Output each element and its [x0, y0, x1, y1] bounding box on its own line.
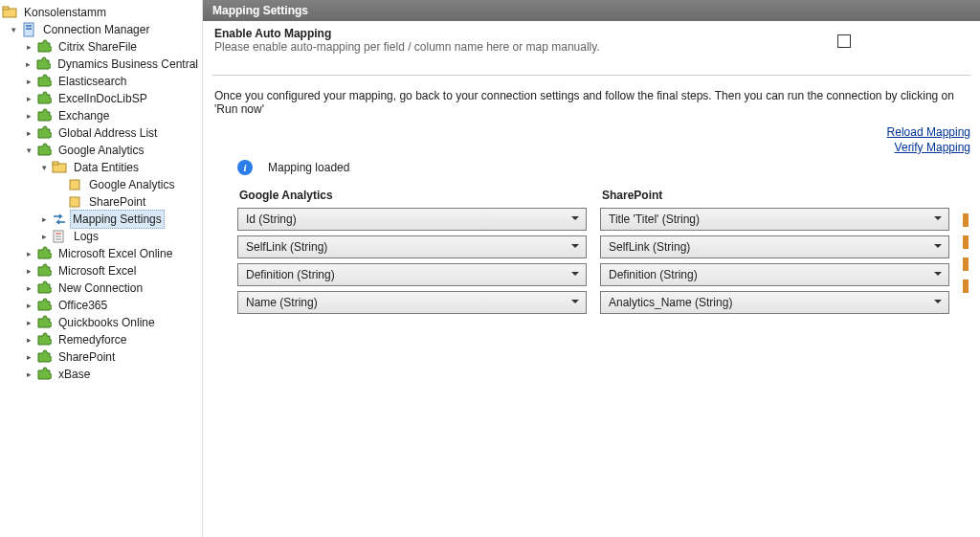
svg-rect-7: [70, 180, 79, 190]
logs-icon: [52, 229, 67, 244]
tree-item-remedy[interactable]: ▸ Remedyforce: [0, 331, 202, 348]
expander-icon[interactable]: ▸: [23, 58, 33, 70]
tree-ga-mapping[interactable]: ▸ Mapping Settings: [0, 211, 202, 228]
tree-node-label: Mapping Settings: [73, 213, 162, 226]
row-action-icon[interactable]: [963, 280, 969, 293]
tree-cm-label: Connection Manager: [43, 23, 149, 36]
expander-icon[interactable]: ▸: [23, 351, 34, 363]
puzzle-icon: [36, 315, 52, 330]
expander-icon[interactable]: ▸: [23, 300, 34, 311]
tree-ga-entities[interactable]: ▾ Data Entities: [0, 159, 202, 176]
svg-rect-6: [53, 162, 58, 165]
root-icon: [21, 22, 36, 37]
expander-icon[interactable]: ▸: [23, 76, 34, 87]
tree-item-label: Office365: [58, 299, 107, 312]
mapping-icon: [52, 212, 67, 227]
tree-item-label: Quickbooks Online: [58, 316, 155, 329]
expander-icon[interactable]: ▸: [23, 282, 34, 294]
row-action-icon[interactable]: [963, 213, 969, 227]
left-combo-3[interactable]: Name (String): [237, 291, 587, 314]
puzzle-icon: [36, 298, 52, 313]
tree-item-office[interactable]: ▸ Office365: [0, 297, 202, 314]
verify-mapping-link[interactable]: Verify Mapping: [203, 141, 970, 154]
folder-icon: [2, 5, 17, 20]
expander-icon[interactable]: ▾: [23, 145, 34, 156]
tree-ga-ent1[interactable]: Google Analytics: [0, 176, 202, 193]
expander-icon[interactable]: ▸: [38, 231, 50, 242]
left-combo-2[interactable]: Definition (String): [237, 263, 587, 286]
tree-item-exchange[interactable]: ▸ Exchange: [0, 107, 202, 124]
tree-ga-logs[interactable]: ▸ Logs: [0, 228, 202, 245]
tree-item-exceldoc[interactable]: ▸ ExcelInDocLibSP: [0, 90, 202, 107]
right-combo-1[interactable]: SelfLink (String): [600, 235, 949, 258]
combo-value: Definition (String): [609, 268, 698, 281]
puzzle-icon: [36, 280, 52, 296]
left-combo-1[interactable]: SelfLink (String): [237, 235, 587, 258]
right-col-title: SharePoint: [602, 189, 949, 202]
row-actions: [963, 189, 969, 319]
expander-icon[interactable]: ▸: [23, 369, 34, 380]
tree-item-es[interactable]: ▸ Elasticsearch: [0, 73, 202, 90]
combo-value: Definition (String): [246, 268, 335, 281]
puzzle-icon: [36, 143, 52, 158]
puzzle-icon: [36, 332, 52, 347]
combo-value: Name (String): [246, 296, 318, 309]
combo-value: Analytics_Name (String): [609, 296, 732, 309]
right-combo-0[interactable]: Title 'Titel' (String): [600, 208, 949, 231]
expander-icon[interactable]: ▸: [23, 334, 34, 346]
tree-item-label: Microsoft Excel Online: [58, 247, 172, 260]
tree-item-label: Microsoft Excel: [58, 264, 136, 278]
right-combo-3[interactable]: Analytics_Name (String): [600, 291, 949, 314]
expander-icon[interactable]: ▸: [23, 110, 34, 122]
reload-mapping-link[interactable]: Reload Mapping: [203, 125, 970, 139]
expander-icon[interactable]: ▾: [8, 24, 19, 35]
puzzle-icon: [36, 349, 52, 365]
tree-root[interactable]: Konsolenstamm: [0, 4, 202, 21]
svg-rect-8: [70, 197, 79, 207]
tree-item-label: Global Address List: [58, 126, 157, 140]
automap-checkbox[interactable]: [837, 34, 851, 48]
expander-icon[interactable]: ▸: [23, 93, 34, 104]
automap-sub: Please enable auto-mapping per field / c…: [214, 40, 720, 54]
entity-icon: [67, 194, 82, 210]
combo-value: Title 'Titel' (String): [609, 213, 700, 226]
main-panel: Mapping Settings Enable Auto Mapping Ple…: [203, 0, 980, 537]
tree-item-label: ExcelInDocLibSP: [58, 92, 147, 105]
expander-icon[interactable]: ▸: [23, 127, 34, 139]
automap-title: Enable Auto Mapping: [214, 27, 720, 40]
status-text: Mapping loaded: [268, 161, 349, 174]
left-combo-0[interactable]: Id (String): [237, 208, 587, 231]
tree-item-gal[interactable]: ▸ Global Address List: [0, 124, 202, 142]
tree-item-sp[interactable]: ▸ SharePoint: [0, 348, 202, 366]
expander-icon[interactable]: ▸: [23, 41, 34, 53]
tree-cm[interactable]: ▾ Connection Manager: [0, 21, 202, 38]
tree-item-label: Citrix ShareFile: [58, 40, 137, 54]
expander-icon[interactable]: ▸: [23, 248, 34, 259]
page-title: Mapping Settings: [203, 0, 980, 21]
puzzle-icon: [36, 263, 52, 279]
tree-item-excelonline[interactable]: ▸ Microsoft Excel Online: [0, 245, 202, 262]
puzzle-icon: [36, 246, 52, 261]
row-action-icon[interactable]: [963, 235, 969, 249]
tree-item-xbase[interactable]: ▸ xBase: [0, 366, 202, 383]
tree-item-qbo[interactable]: ▸ Quickbooks Online: [0, 314, 202, 331]
expander-icon[interactable]: ▸: [23, 317, 34, 328]
expander-icon[interactable]: ▸: [38, 213, 50, 225]
tree-item-ga[interactable]: ▾ Google Analytics: [0, 142, 202, 159]
tree-item-dbc[interactable]: ▸ Dynamics Business Central: [0, 56, 202, 73]
expander-icon[interactable]: ▸: [23, 265, 34, 277]
tree-panel[interactable]: Konsolenstamm ▾ Connection Manager ▸ Cit…: [0, 0, 203, 537]
combo-value: SelfLink (String): [246, 240, 327, 254]
tree-ga-ent2[interactable]: SharePoint: [0, 193, 202, 211]
tree-item-label: Elasticsearch: [58, 75, 126, 88]
puzzle-icon: [36, 91, 52, 106]
tree-item-excel[interactable]: ▸ Microsoft Excel: [0, 262, 202, 280]
tree-item-newconn[interactable]: ▸ New Connection: [0, 280, 202, 297]
tree-root-label: Konsolenstamm: [24, 6, 106, 19]
tree-item-label: New Connection: [58, 281, 143, 295]
right-combo-2[interactable]: Definition (String): [600, 263, 949, 286]
tree-item-citrix[interactable]: ▸ Citrix ShareFile: [0, 38, 202, 56]
row-action-icon[interactable]: [963, 257, 969, 271]
puzzle-icon: [35, 56, 51, 72]
expander-icon[interactable]: ▾: [38, 162, 50, 173]
